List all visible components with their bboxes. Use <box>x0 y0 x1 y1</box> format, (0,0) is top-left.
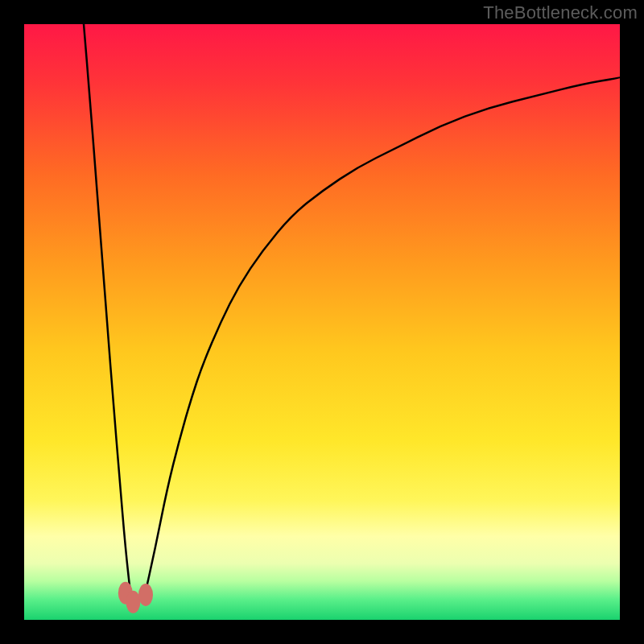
watermark-label: TheBottleneck.com <box>483 2 638 23</box>
bottleneck-marker <box>126 591 140 613</box>
data-markers <box>118 582 153 613</box>
bottleneck-marker <box>138 584 153 606</box>
curve-left-branch <box>84 24 131 602</box>
chart-frame: TheBottleneck.com <box>0 0 644 644</box>
curve-right-branch <box>143 78 620 602</box>
bottleneck-curve <box>24 24 620 620</box>
plot-area <box>24 24 620 620</box>
